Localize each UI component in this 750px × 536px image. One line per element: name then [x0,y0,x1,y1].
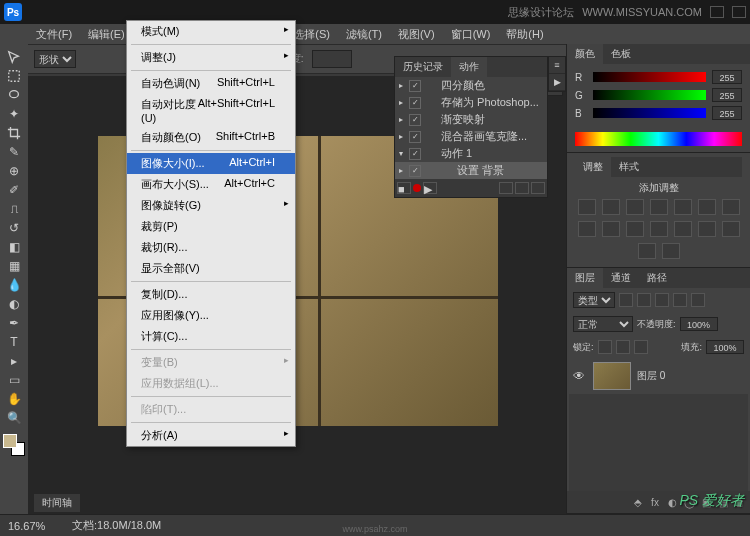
play-icon[interactable]: ▶ [423,182,437,194]
tab-swatches[interactable]: 色板 [603,44,639,64]
levels-icon[interactable] [602,199,620,215]
maximize-button[interactable] [732,6,746,18]
bw-icon[interactable] [578,221,596,237]
type-tool-icon[interactable]: T [3,333,25,351]
menu-item[interactable]: 裁切(R)... [127,237,295,258]
colorbalance-icon[interactable] [722,199,740,215]
foreground-color-swatch[interactable] [3,434,17,448]
doc-size[interactable]: 文档:18.0M/18.0M [72,518,161,533]
height-input[interactable] [312,50,352,68]
tab-styles[interactable]: 样式 [611,157,647,177]
shape-tool-icon[interactable]: ▭ [3,371,25,389]
menu-item[interactable]: 计算(C)... [127,326,295,347]
path-select-tool-icon[interactable]: ▸ [3,352,25,370]
lasso-tool-icon[interactable] [3,86,25,104]
eyedropper-tool-icon[interactable]: ✎ [3,143,25,161]
menu-view[interactable]: 视图(V) [390,24,443,45]
zoom-tool-icon[interactable]: 🔍 [3,409,25,427]
menu-item[interactable]: 复制(D)... [127,284,295,305]
menu-item[interactable]: 自动色调(N)Shift+Ctrl+L [127,73,295,94]
channelmixer-icon[interactable] [626,221,644,237]
pen-tool-icon[interactable]: ✒ [3,314,25,332]
brush-tool-icon[interactable]: ✐ [3,181,25,199]
filter-adjust-icon[interactable] [637,293,651,307]
wand-tool-icon[interactable]: ✦ [3,105,25,123]
menu-help[interactable]: 帮助(H) [498,24,551,45]
menu-file[interactable]: 文件(F) [28,24,80,45]
fx-icon[interactable]: fx [648,495,662,509]
blur-tool-icon[interactable]: 💧 [3,276,25,294]
menu-item[interactable]: 调整(J) [127,47,295,68]
move-tool-icon[interactable] [3,48,25,66]
dodge-tool-icon[interactable]: ◐ [3,295,25,313]
exposure-icon[interactable] [650,199,668,215]
b-slider[interactable] [593,108,706,118]
vibrance-icon[interactable] [674,199,692,215]
action-row[interactable]: ✓存储为 Photoshop... [395,94,547,111]
menu-item[interactable]: 图像大小(I)...Alt+Ctrl+I [127,153,295,174]
menu-item[interactable]: 显示全部(V) [127,258,295,279]
menu-item[interactable]: 画布大小(S)...Alt+Ctrl+C [127,174,295,195]
link-icon[interactable]: ⬘ [631,495,645,509]
menu-item[interactable]: 图像旋转(G) [127,195,295,216]
fill-value[interactable]: 100% [706,340,744,354]
trash-icon[interactable] [531,182,545,194]
history-brush-tool-icon[interactable]: ↺ [3,219,25,237]
menu-edit[interactable]: 编辑(E) [80,24,133,45]
blend-mode-select[interactable]: 正常 [573,316,633,332]
marquee-tool-icon[interactable] [3,67,25,85]
r-slider[interactable] [593,72,706,82]
heal-tool-icon[interactable]: ⊕ [3,162,25,180]
tab-layers[interactable]: 图层 [567,268,603,288]
menu-item[interactable]: 应用图像(Y)... [127,305,295,326]
check-icon[interactable]: ✓ [409,148,421,160]
r-value[interactable]: 255 [712,70,742,84]
action-row[interactable]: ✓四分颜色 [395,77,547,94]
tab-color[interactable]: 颜色 [567,44,603,64]
new-action-icon[interactable] [515,182,529,194]
shape-mode-select[interactable]: 形状 [34,50,76,68]
lock-position-icon[interactable] [616,340,630,354]
filter-pixel-icon[interactable] [619,293,633,307]
tab-paths[interactable]: 路径 [639,268,675,288]
zoom-level[interactable]: 16.67% [8,520,58,532]
opacity-value[interactable]: 100% [680,317,718,331]
action-row[interactable]: ✓设置 背景 [395,162,547,179]
posterize-icon[interactable] [698,221,716,237]
g-slider[interactable] [593,90,706,100]
check-icon[interactable]: ✓ [409,114,421,126]
visibility-icon[interactable]: 👁 [573,369,587,383]
brightness-icon[interactable] [578,199,596,215]
invert-icon[interactable] [674,221,692,237]
gradientmap-icon[interactable] [638,243,656,259]
action-row[interactable]: ✓动作 1 [395,145,547,162]
tab-actions[interactable]: 动作 [451,57,487,77]
minimize-button[interactable] [710,6,724,18]
lock-pixels-icon[interactable] [598,340,612,354]
timeline-tab[interactable]: 时间轴 [34,494,80,512]
gradient-tool-icon[interactable]: ▦ [3,257,25,275]
menu-filter[interactable]: 滤镜(T) [338,24,390,45]
tab-adjustments[interactable]: 调整 [575,157,611,177]
g-value[interactable]: 255 [712,88,742,102]
new-set-icon[interactable] [499,182,513,194]
tab-channels[interactable]: 通道 [603,268,639,288]
menu-item[interactable]: 模式(M) [127,21,295,42]
crop-tool-icon[interactable] [3,124,25,142]
layer-row[interactable]: 👁 图层 0 [569,358,748,394]
tab-history[interactable]: 历史记录 [395,57,451,77]
menu-window[interactable]: 窗口(W) [443,24,499,45]
b-value[interactable]: 255 [712,106,742,120]
filter-smart-icon[interactable] [691,293,705,307]
lock-all-icon[interactable] [634,340,648,354]
menu-item[interactable]: 自动对比度(U)Alt+Shift+Ctrl+L [127,94,295,127]
hand-tool-icon[interactable]: ✋ [3,390,25,408]
layer-name[interactable]: 图层 0 [637,369,665,383]
filter-shape-icon[interactable] [673,293,687,307]
threshold-icon[interactable] [722,221,740,237]
mask-icon[interactable]: ◐ [665,495,679,509]
panel-menu-icon[interactable]: ≡ [549,57,565,74]
stamp-tool-icon[interactable]: ⎍ [3,200,25,218]
curves-icon[interactable] [626,199,644,215]
check-icon[interactable]: ✓ [409,80,421,92]
